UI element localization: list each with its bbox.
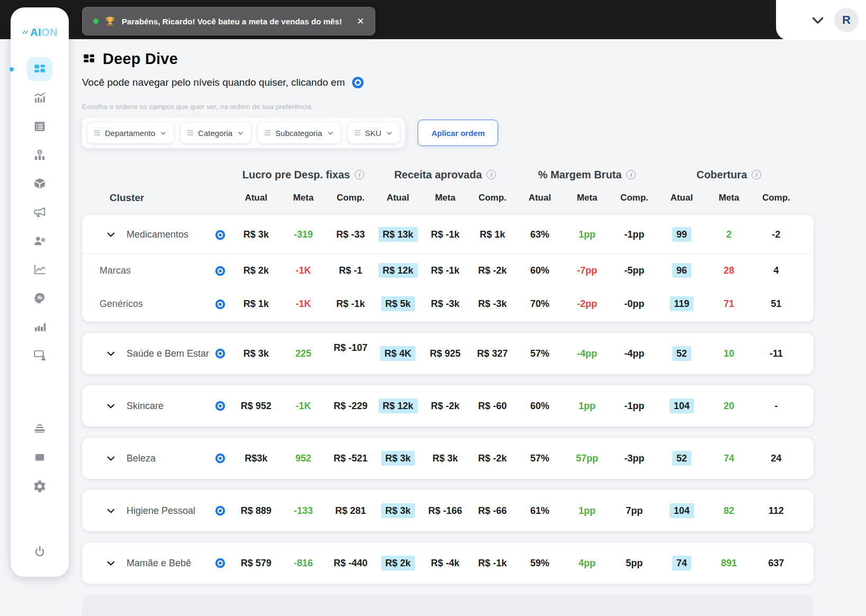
toast-message: Parabéns, Ricardo! Você bateu a meta de …	[122, 17, 342, 26]
eye-icon[interactable]	[208, 229, 232, 241]
cell-value: -2pp	[563, 298, 610, 310]
cell-value: R$ -1k	[421, 265, 468, 276]
highlighted-value: 96	[672, 263, 691, 278]
cell-value: -3pp	[611, 453, 658, 464]
sidebar-item-insights[interactable]	[27, 286, 52, 310]
expand-chevron-icon[interactable]	[98, 454, 123, 463]
drag-handle-icon[interactable]	[265, 130, 270, 135]
cell-value: R$ 3k	[421, 453, 468, 464]
eye-icon[interactable]	[208, 348, 232, 359]
cell-value: -0pp	[611, 298, 658, 310]
sidebar-item-products[interactable]	[27, 171, 52, 195]
filter-pill[interactable]: SKU	[348, 122, 400, 143]
eye-icon[interactable]	[208, 400, 232, 412]
drag-handle-icon[interactable]	[94, 130, 100, 135]
cell-value: -5pp	[611, 265, 658, 276]
drag-handle-icon[interactable]	[187, 130, 193, 135]
cell-value: 57%	[516, 453, 563, 464]
sidebar-item-layers[interactable]	[27, 416, 52, 440]
finance-bars-icon: $	[33, 148, 47, 162]
highlighted-value: R$ 3k	[381, 503, 415, 518]
column-group-title: % Margem Brutai	[516, 169, 658, 181]
sidebar-item-trends[interactable]	[27, 257, 52, 281]
bar-chart-icon	[33, 320, 47, 333]
sidebar-logout	[11, 539, 69, 563]
next-card-partial	[82, 595, 814, 616]
sidebar-item-team[interactable]	[27, 229, 52, 252]
filter-pill[interactable]: Departamento	[87, 122, 174, 143]
cell-value: R$ -2k	[421, 401, 468, 412]
svg-text:$: $	[39, 150, 41, 155]
info-icon[interactable]: i	[752, 170, 761, 179]
cell-value: 1pp	[563, 401, 610, 412]
product-box-icon	[33, 177, 47, 191]
presentation-icon	[33, 348, 47, 362]
cell-value: 112	[753, 505, 800, 517]
logout-button[interactable]	[27, 539, 52, 563]
cluster-card: Higiene Pessoal R$ 889-133R$ 281R$ 3kR$ …	[82, 490, 814, 531]
cell-value: 104	[658, 505, 705, 517]
expand-chevron-icon[interactable]	[98, 559, 123, 568]
sidebar-item-finance[interactable]: $	[27, 143, 52, 167]
expand-chevron-icon[interactable]	[98, 402, 123, 411]
sidebar-item-campaigns[interactable]	[27, 200, 52, 224]
filter-pill[interactable]: Categoria	[181, 122, 251, 143]
trophy-icon	[105, 16, 115, 26]
cell-value: R$ 3k	[374, 505, 421, 517]
cell-value: 57pp	[563, 453, 610, 464]
expand-chevron-icon[interactable]	[98, 230, 123, 239]
avatar[interactable]: R	[834, 8, 859, 32]
cell-value: 52	[658, 453, 705, 464]
filter-pill[interactable]: Subcategoria	[258, 122, 340, 143]
cell-value: R$ -521	[327, 453, 374, 464]
filter-pill-label: Categoria	[198, 129, 232, 138]
expand-chevron-icon[interactable]	[98, 506, 123, 515]
sidebar-item-reports[interactable]	[27, 114, 52, 138]
expand-chevron-icon[interactable]	[98, 349, 123, 358]
info-icon[interactable]: i	[626, 170, 636, 179]
sidebar-item-dashboard[interactable]	[27, 57, 52, 81]
cluster-card: Beleza R$3k952R$ -521R$ 3kR$ 3kR$ -2k57%…	[82, 438, 814, 479]
highlighted-value: 52	[672, 451, 691, 466]
cell-value: 1pp	[563, 229, 610, 240]
sidebar-item-library[interactable]	[27, 445, 52, 469]
cell-value: R$ -166	[421, 505, 468, 517]
cell-value: 28	[705, 265, 752, 276]
team-gear-icon	[33, 234, 47, 248]
cluster-name: Medicamentos	[123, 229, 208, 240]
sidebar-item-training[interactable]	[27, 343, 52, 367]
eye-icon[interactable]	[208, 557, 232, 569]
info-icon[interactable]: i	[486, 170, 496, 179]
toast-notification: Parabéns, Ricardo! Você bateu a meta de …	[82, 7, 375, 35]
cluster-cards: Medicamentos R$ 3k-319R$ -33R$ 13kR$ -1k…	[82, 215, 814, 584]
eye-icon[interactable]	[208, 505, 232, 517]
sidebar: AION $	[11, 7, 69, 577]
sidebar-item-performance[interactable]	[27, 314, 52, 338]
cell-value: R$ 952	[232, 401, 279, 412]
table-row: Higiene Pessoal R$ 889-133R$ 281R$ 3kR$ …	[82, 491, 814, 530]
toast-close-button[interactable]: ✕	[357, 16, 364, 27]
chevron-down-icon[interactable]	[810, 12, 826, 28]
info-icon[interactable]: i	[355, 170, 364, 179]
column-header: Comp.	[327, 193, 374, 203]
sidebar-item-settings[interactable]	[27, 474, 52, 498]
eye-icon[interactable]	[208, 265, 232, 277]
cell-value: 7pp	[611, 505, 658, 517]
sidebar-item-analytics[interactable]	[27, 86, 52, 110]
cluster-card: Medicamentos R$ 3k-319R$ -33R$ 13kR$ -1k…	[82, 215, 814, 322]
apply-order-button[interactable]: Aplicar ordem	[418, 120, 498, 146]
column-header: Atual	[658, 193, 705, 203]
filter-pill-label: SKU	[365, 129, 382, 138]
cell-value: 952	[279, 453, 327, 464]
eye-icon[interactable]	[208, 452, 232, 464]
status-dot	[93, 19, 98, 24]
eye-icon[interactable]	[351, 76, 365, 89]
column-group-title: Lucro pre Desp. fixasi	[232, 169, 374, 181]
cell-value: R$ 1k	[232, 298, 279, 310]
highlighted-value: 52	[672, 346, 691, 361]
drag-handle-icon[interactable]	[355, 130, 360, 135]
cell-value: R$ 3k	[232, 229, 279, 240]
eye-icon[interactable]	[208, 298, 232, 310]
cell-value: 10	[705, 348, 752, 359]
filter-bar: Departamento Categoria Subcategoria SKU …	[82, 117, 814, 148]
